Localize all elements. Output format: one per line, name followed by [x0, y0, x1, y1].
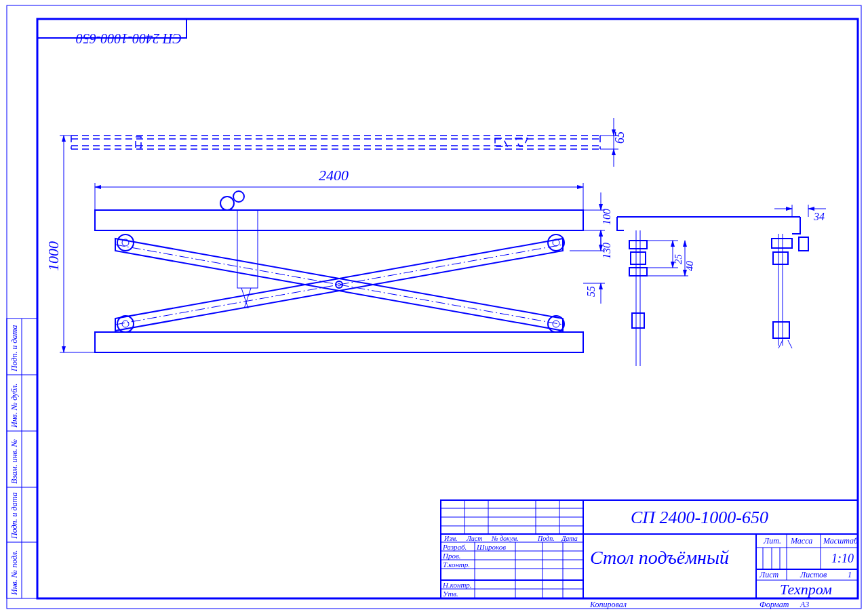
r-nkontr: Н.контр.: [442, 581, 472, 589]
h-izm: Изм.: [443, 535, 458, 542]
h-data: Дата: [561, 535, 578, 542]
svg-rect-60: [799, 237, 808, 251]
docnum: СП 2400-1000-650: [631, 508, 768, 527]
svg-point-32: [553, 321, 559, 327]
r-utv: Утв.: [443, 590, 458, 598]
dim-25: 25: [673, 254, 684, 265]
side-detail: 25 40 34: [617, 205, 826, 366]
masshtab: Масштаб: [823, 536, 859, 546]
sheets: 1: [848, 570, 852, 579]
dim-100: 100: [601, 209, 612, 225]
h-podp: Подп.: [537, 535, 555, 542]
company: Техпром: [780, 581, 832, 598]
dim-55: 55: [585, 286, 597, 297]
drawing-sheet: СП 2400-1000-650 Инв. № подл. Подп. и да…: [0, 0, 868, 614]
r-razrab: Разраб.: [442, 543, 467, 551]
dim-130: 130: [601, 243, 612, 259]
svg-point-25: [117, 234, 134, 251]
doc-code-rot: СП 2400-1000-650: [76, 31, 182, 46]
svg-rect-61: [773, 322, 789, 338]
svg-point-34: [233, 191, 244, 202]
format: А3: [800, 600, 809, 609]
h-docnum: № докум.: [491, 535, 519, 542]
svg-rect-59: [773, 252, 788, 264]
dev: Широков: [476, 543, 506, 551]
sb3: Взам. инв. №: [9, 439, 19, 484]
list-lbl: Лист: [759, 570, 778, 579]
listov-lbl: Листов: [800, 570, 827, 579]
dim-40: 40: [684, 261, 695, 272]
massa: Масса: [790, 536, 812, 546]
svg-rect-54: [629, 268, 647, 276]
dim-34: 34: [813, 211, 825, 222]
sidebar: Инв. № подл. Подп. и дата Взам. инв. № И…: [7, 319, 37, 598]
sb5: Подп. и дата: [9, 325, 19, 372]
r-prov: Пров.: [442, 552, 460, 560]
svg-rect-55: [632, 313, 644, 328]
svg-point-27: [548, 234, 564, 251]
format-lbl: Формат: [760, 600, 789, 609]
title: Стол подъёмный: [590, 547, 729, 568]
r-tkontr: Т.контр.: [443, 560, 470, 569]
h-list: Лист: [466, 535, 482, 542]
front-view: 2400 1000 100 130 55: [45, 136, 612, 352]
dim-65: 65: [613, 131, 627, 144]
sb2: Подп. и дата: [9, 493, 19, 539]
svg-point-33: [220, 197, 234, 210]
top-view: 65: [71, 118, 627, 167]
svg-rect-20: [95, 332, 583, 352]
svg-rect-19: [95, 210, 583, 230]
svg-rect-53: [631, 252, 646, 264]
svg-rect-58: [772, 239, 792, 248]
lit: Лит.: [763, 536, 781, 546]
sb4: Инв. № дубл.: [9, 384, 19, 428]
kopiroval: Копировал: [589, 600, 627, 609]
svg-point-30: [122, 321, 129, 327]
dim-1000: 1000: [45, 241, 62, 271]
scale: 1:10: [831, 552, 854, 565]
title-block: Изм. Лист № докум. Подп. Дата Разраб. Ши…: [441, 500, 859, 598]
dim-2400: 2400: [319, 167, 349, 184]
sb1: Инв. № подл.: [9, 550, 19, 596]
svg-point-23: [336, 281, 342, 288]
svg-rect-52: [629, 241, 647, 249]
